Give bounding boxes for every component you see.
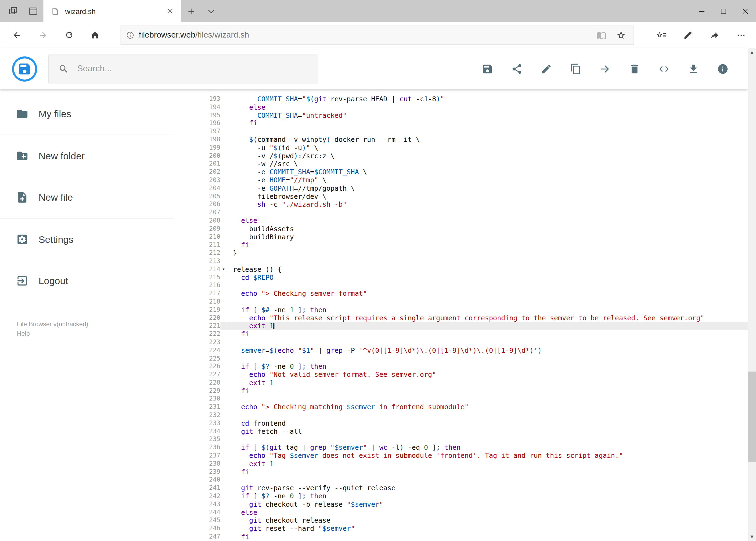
browser-tab[interactable]: wizard.sh: [44, 0, 181, 22]
rename-button[interactable]: [541, 63, 552, 75]
code-line: 212}: [193, 249, 748, 257]
code-line: 205 filebrowser/dev \: [193, 192, 748, 201]
code-line: 195 COMMIT_SHA="untracked": [193, 111, 748, 119]
fold-gutter: [220, 136, 226, 144]
fold-gutter: [220, 289, 226, 297]
back-button[interactable]: [4, 22, 30, 48]
share-file-button[interactable]: [511, 63, 523, 75]
code-text: git fetch --all: [227, 427, 748, 435]
add-favorite-button[interactable]: [613, 26, 629, 44]
fold-gutter: [220, 338, 226, 346]
delete-button[interactable]: [629, 63, 640, 75]
app-logo[interactable]: [12, 56, 37, 81]
tab-list-chevron-button[interactable]: [201, 0, 221, 22]
code-editor[interactable]: 193 COMMIT_SHA="$(git rev-parse HEAD | c…: [193, 89, 748, 541]
download-button[interactable]: [688, 63, 699, 75]
forward-button[interactable]: [30, 22, 56, 48]
web-note-button[interactable]: [674, 22, 701, 48]
save-button[interactable]: [482, 63, 493, 75]
fold-gutter: [220, 443, 226, 452]
fold-gutter: [220, 508, 226, 516]
fold-gutter: [220, 322, 226, 330]
code-line: 199 -u "$(id -u)" \: [193, 144, 748, 152]
sidebar-item-logout[interactable]: Logout: [0, 260, 193, 302]
fold-gutter: [220, 468, 226, 476]
code-text: if [ $? -ne 0 ]; then: [227, 362, 748, 370]
close-window-button[interactable]: [734, 0, 756, 22]
fold-gutter: [220, 209, 226, 217]
sidebar-item-new-folder[interactable]: New folder: [0, 135, 193, 177]
url-text[interactable]: filebrowser.web/files/wizard.sh: [139, 30, 590, 40]
line-number: 220: [193, 314, 220, 322]
fold-gutter: [220, 500, 226, 508]
line-number: 243: [193, 500, 220, 508]
fold-gutter: [220, 233, 226, 241]
search-input[interactable]: [76, 63, 288, 74]
fold-arrow-icon[interactable]: ▾: [220, 265, 226, 273]
share-button[interactable]: [701, 22, 728, 48]
close-tab-button[interactable]: [163, 4, 177, 18]
code-text: -e HOME="//tmp" \: [227, 176, 748, 184]
move-button[interactable]: [600, 63, 611, 75]
refresh-icon: [64, 31, 74, 40]
sidebar-item-new-file[interactable]: New file: [0, 177, 193, 218]
address-bar[interactable]: filebrowser.web/files/wizard.sh: [121, 25, 634, 45]
refresh-button[interactable]: [56, 22, 82, 48]
line-number: 242: [193, 492, 220, 500]
line-number: 233: [193, 419, 220, 427]
code-line: 224 semver=$(echo "$1" | grep -P '^v(0|[…: [193, 346, 748, 354]
close-icon: [168, 9, 173, 14]
home-button[interactable]: [82, 22, 108, 48]
close-icon: [742, 8, 748, 14]
line-number: 244: [193, 508, 220, 516]
scroll-up-arrow[interactable]: ▲: [748, 48, 756, 56]
filebrowser-app: My files New folder New file Settings Lo…: [0, 48, 748, 541]
tab-preview-button[interactable]: [23, 0, 44, 22]
line-number: 219: [193, 306, 220, 314]
line-number: 204: [193, 184, 220, 192]
reading-view-button[interactable]: [594, 26, 609, 44]
scrollbar-thumb[interactable]: [748, 372, 756, 462]
raw-code-button[interactable]: [658, 63, 670, 75]
scroll-down-arrow[interactable]: ▼: [748, 533, 756, 541]
sidebar-item-label: New folder: [39, 150, 85, 161]
line-number: 207: [193, 209, 220, 217]
help-link[interactable]: Help: [17, 329, 30, 339]
code-line: 198 $(command -v winpty) docker run --rm…: [193, 136, 748, 144]
sidebar-item-my-files[interactable]: My files: [0, 93, 193, 135]
code-line: 204 -e GOPATH=//tmp/gopath \: [193, 184, 748, 192]
fold-gutter: [220, 492, 226, 500]
code-text: buildBinary: [227, 233, 748, 241]
line-number: 241: [193, 484, 220, 492]
scrollbar[interactable]: ▲ ▼: [748, 48, 756, 541]
hub-button[interactable]: [648, 22, 674, 48]
fold-gutter: [220, 249, 226, 257]
sidebar-item-label: Logout: [39, 275, 68, 286]
sidebar-item-settings[interactable]: Settings: [0, 219, 193, 260]
new-tab-button[interactable]: [181, 0, 201, 22]
site-info-icon[interactable]: [126, 31, 134, 39]
code-text: [227, 435, 748, 443]
code-line: 238 exit 1: [193, 460, 748, 468]
code-icon: [658, 63, 670, 75]
set-tabs-aside-button[interactable]: [3, 0, 23, 22]
code-line: 194 else: [193, 103, 748, 111]
fold-gutter: [220, 533, 226, 541]
more-button[interactable]: [728, 22, 754, 48]
copy-button[interactable]: [570, 63, 582, 75]
fold-gutter: [220, 168, 226, 176]
code-text: [227, 257, 748, 265]
search-box[interactable]: [48, 54, 318, 83]
info-button[interactable]: [717, 63, 729, 75]
minimize-button[interactable]: [691, 0, 712, 22]
maximize-button[interactable]: [712, 0, 734, 22]
line-number: 232: [193, 411, 220, 419]
browser-window: wizard.sh: [0, 0, 756, 541]
ellipsis-icon: [736, 30, 746, 40]
fold-gutter: [220, 128, 226, 136]
code-line: 200 -v /$(pwd):/src:z \: [193, 152, 748, 160]
code-line: 210 buildBinary: [193, 233, 748, 241]
code-line: 219 if [ $# -ne 1 ]; then: [193, 306, 748, 314]
line-number: 198: [193, 136, 220, 144]
sidebar-item-label: Settings: [39, 234, 74, 245]
